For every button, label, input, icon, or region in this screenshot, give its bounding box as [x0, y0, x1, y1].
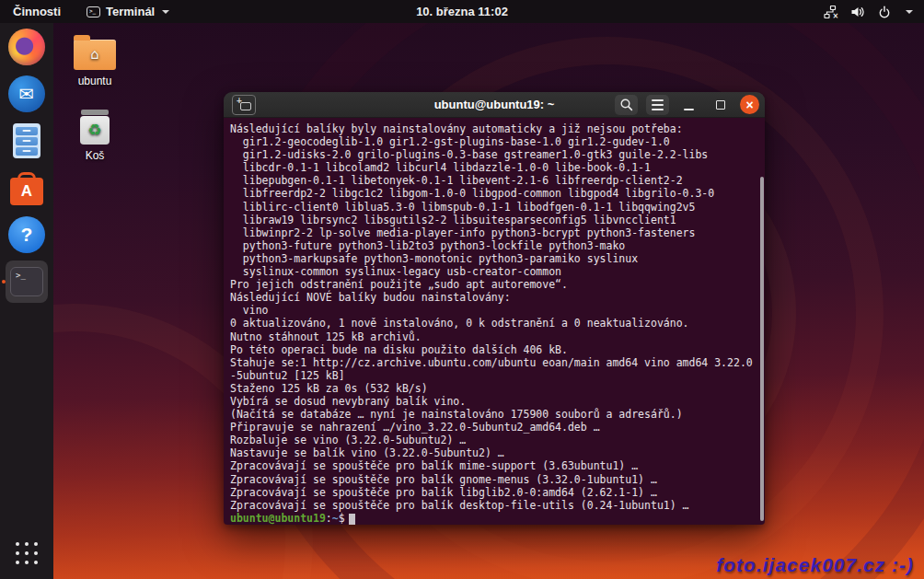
- terminal-line: Stahuje se:1 http://cz.archive.ubuntu.co…: [230, 356, 765, 369]
- terminal-line: Zpracovávají se spouštěče pro balík libg…: [230, 486, 765, 499]
- system-status-area[interactable]: ×: [812, 0, 924, 23]
- chevron-down-icon: [906, 10, 913, 14]
- terminal-line: libwinpr2-2 lp-solve media-player-info p…: [230, 226, 765, 239]
- new-tab-box-icon: [240, 102, 251, 110]
- text-cursor: [349, 514, 355, 525]
- terminal-line: Rozbaluje se vino (3.22.0-5ubuntu2) …: [230, 434, 765, 446]
- terminal-line: Zpracovávají se spouštěče pro balík desk…: [230, 499, 765, 512]
- desktop-icon-label: Koš: [86, 149, 105, 162]
- terminal-window: + ubuntu@ubuntu19: ~: [224, 92, 765, 525]
- top-bar: Činnosti Terminál 10. března 11:02 ×: [0, 0, 924, 23]
- terminal-line: gir1.2-geocodeglib-1.0 gir1.2-gst-plugin…: [230, 135, 765, 148]
- terminal-line: 0 aktualizováno, 1 nově instalováno, 0 k…: [230, 317, 765, 330]
- terminal-line: libcdr-0.1-1 libcolamd2 libcurl4 libdazz…: [230, 161, 765, 174]
- folder-icon: ⌂: [74, 40, 116, 70]
- terminal-line: python3-markupsafe python3-monotonic pyt…: [230, 252, 765, 265]
- maximize-icon: [716, 100, 725, 110]
- terminal-small-icon: [87, 6, 100, 17]
- terminal-prompt-line: ubuntu@ubuntu19:~$: [230, 512, 765, 525]
- terminal-line: libraw19 librsync2 libsgutils2-2 libsuit…: [230, 214, 765, 226]
- app-menu[interactable]: Terminál: [74, 0, 182, 23]
- volume-icon: [850, 5, 865, 19]
- terminal-line: gir1.2-udisks-2.0 grilo-plugins-0.3-base…: [230, 148, 765, 161]
- scrollbar[interactable]: [760, 177, 764, 521]
- home-icon: ⌂: [90, 48, 99, 62]
- search-icon: [619, 98, 634, 112]
- close-button[interactable]: ×: [740, 95, 759, 114]
- firefox-icon: [8, 29, 45, 65]
- terminal-lines: Následující balíky byly nainstalovány au…: [230, 122, 765, 512]
- terminal-line: Po této operaci bude na disku použito da…: [230, 343, 765, 356]
- terminal-line: python3-future python3-lib2to3 python3-l…: [230, 239, 765, 252]
- dock: ✉ A ?: [0, 23, 53, 579]
- dock-item-terminal[interactable]: [6, 261, 48, 303]
- terminal-icon: [10, 267, 43, 296]
- hamburger-icon: [652, 99, 664, 110]
- prompt-symbol: $: [339, 512, 345, 525]
- desktop-icon-label: ubuntu: [78, 75, 112, 87]
- terminal-line: Následující NOVÉ balíky budou nainstalov…: [230, 291, 765, 304]
- terminal-line: Vybírá se dosud nevybraný balík vino.: [230, 395, 765, 408]
- dock-item-files[interactable]: [6, 120, 48, 162]
- terminal-line: Zpracovávají se spouštěče pro balík gnom…: [230, 473, 765, 486]
- trash-icon: ♻: [80, 110, 110, 145]
- thunderbird-icon: ✉: [8, 75, 45, 112]
- terminal-line: Následující balíky byly nainstalovány au…: [230, 122, 765, 135]
- help-icon: ?: [8, 216, 45, 253]
- power-icon: [877, 5, 892, 19]
- terminal-line: Nutno stáhnout 125 kB archivů.: [230, 330, 765, 343]
- titlebar-actions: ×: [615, 95, 759, 115]
- desktop-icon-ubuntu[interactable]: ⌂ ubuntu: [60, 34, 130, 87]
- dock-item-thunderbird[interactable]: ✉: [6, 73, 48, 115]
- desktop-icon-trash[interactable]: ♻ Koš: [60, 110, 130, 162]
- dock-item-ubuntu-software[interactable]: A: [6, 167, 48, 209]
- minimize-icon: [684, 109, 694, 110]
- software-letter: A: [21, 182, 32, 201]
- terminal-line: syslinux-common syslinux-legacy usb-crea…: [230, 265, 765, 278]
- files-icon: [13, 123, 40, 158]
- terminal-line: (Načítá se databáze … nyní je nainstalov…: [230, 408, 765, 421]
- terminal-output[interactable]: Následující balíky byly nainstalovány au…: [224, 118, 765, 525]
- terminal-line: libfreerdp2-2 libgc1c2 libgom-1.0-0 libg…: [230, 187, 765, 200]
- chevron-down-icon: [162, 10, 169, 14]
- menu-button[interactable]: [646, 95, 669, 115]
- watermark: foto.ijacek007.cz :-): [716, 554, 914, 576]
- terminal-titlebar[interactable]: + ubuntu@ubuntu19: ~: [224, 92, 765, 118]
- app-menu-label: Terminál: [106, 5, 155, 18]
- close-icon: ×: [745, 98, 753, 111]
- dock-item-help[interactable]: ?: [6, 214, 48, 256]
- terminal-line: Staženo 125 kB za 0s (532 kB/s): [230, 382, 765, 395]
- terminal-line: liblirc-client0 liblua5.3-0 libmspub-0.1…: [230, 201, 765, 214]
- prompt-separator: :: [326, 512, 332, 525]
- prompt-path: ~: [332, 512, 339, 525]
- desktop: Činnosti Terminál 10. března 11:02 ×: [0, 0, 924, 579]
- maximize-button[interactable]: [709, 95, 732, 115]
- svg-text:×: ×: [833, 12, 839, 19]
- new-tab-button[interactable]: +: [232, 95, 256, 115]
- terminal-line: libepubgen-0.1-1 libetonyek-0.1-1 libeve…: [230, 174, 765, 187]
- terminal-line: Nastavuje se balík vino (3.22.0-5ubuntu2…: [230, 446, 765, 459]
- terminal-line: Pro jejich odstranění použijte „sudo apt…: [230, 278, 765, 291]
- minimize-button[interactable]: [677, 95, 700, 115]
- dock-item-firefox[interactable]: [6, 26, 48, 68]
- envelope-icon: ✉: [19, 85, 35, 103]
- search-button[interactable]: [615, 95, 638, 115]
- terminal-line: Zpracovávají se spouštěče pro balík mime…: [230, 459, 765, 472]
- clock[interactable]: 10. března 11:02: [407, 0, 517, 23]
- activities-button[interactable]: Činnosti: [0, 0, 74, 23]
- question-mark: ?: [21, 224, 33, 246]
- ubuntu-software-icon: A: [10, 178, 43, 205]
- app-grid-button[interactable]: [12, 538, 41, 568]
- window-title: ubuntu@ubuntu19: ~: [434, 98, 555, 111]
- terminal-line: vino: [230, 304, 765, 317]
- prompt-user: ubuntu@ubuntu19: [230, 512, 326, 525]
- terminal-line: -5ubuntu2 [125 kB]: [230, 369, 765, 382]
- terminal-line: Připravuje se nahrazení …/vino_3.22.0-5u…: [230, 421, 765, 434]
- recycle-icon: ♻: [87, 122, 101, 138]
- network-offline-icon: ×: [823, 5, 838, 19]
